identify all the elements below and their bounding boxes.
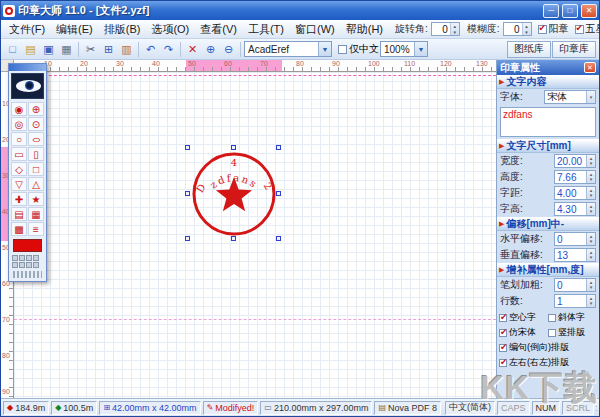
print-icon[interactable]: ▦: [58, 41, 75, 58]
ellipse-tool-icon[interactable]: ○: [28, 132, 44, 146]
chevron-down-icon[interactable]: ▼: [414, 42, 427, 56]
checkbox-icon[interactable]: [499, 344, 507, 352]
spinner-arrows-icon[interactable]: ▴▾: [522, 23, 531, 35]
horizontal-ruler[interactable]: 10 20 30 40 50 60 70 80 90 100 110 120 1…: [14, 60, 496, 72]
section-extra[interactable]: ▶ 增补属性[mm,度]: [497, 263, 599, 277]
palette-title-bar[interactable]: [9, 64, 46, 71]
v-offset-value[interactable]: 13: [555, 249, 586, 261]
menu-view[interactable]: 查看(V): [195, 21, 242, 38]
checkbox-icon[interactable]: [538, 25, 547, 34]
mini-swatch[interactable]: [26, 255, 32, 261]
italic-text-toggle[interactable]: 斜体字: [548, 311, 597, 324]
blur-stepper[interactable]: 0 ▴▾: [503, 22, 532, 36]
selection-handle-sw[interactable]: [185, 236, 190, 241]
menu-options[interactable]: 选项(O): [146, 21, 194, 38]
selection-handle-w[interactable]: [185, 191, 190, 196]
undo-icon[interactable]: ↶: [142, 41, 159, 58]
spinner-arrows-icon[interactable]: ▴▾: [586, 187, 595, 199]
hollow-text-toggle[interactable]: 空心字: [499, 311, 548, 324]
selection-handle-s[interactable]: [231, 236, 236, 241]
stroke-bold-stepper[interactable]: 0 ▴▾: [554, 278, 596, 292]
checkbox-icon[interactable]: [338, 45, 347, 54]
rotation-value[interactable]: 0: [432, 24, 450, 35]
spinner-arrows-icon[interactable]: ▴▾: [586, 203, 595, 215]
spinner-arrows-icon[interactable]: ▴▾: [586, 295, 595, 307]
mini-swatch[interactable]: [19, 255, 25, 261]
hatch-tool-icon[interactable]: ▩: [11, 222, 27, 236]
char-height-value[interactable]: 4.30: [555, 203, 586, 215]
minimize-button[interactable]: ─: [543, 4, 559, 18]
seal-library-button[interactable]: 印章库: [552, 41, 596, 58]
cross-tool-icon[interactable]: ✚: [11, 192, 27, 206]
chevron-down-icon[interactable]: ▼: [318, 42, 331, 56]
mini-swatch[interactable]: [33, 262, 39, 268]
crosshair-circle-tool-icon[interactable]: ⊕: [28, 102, 44, 116]
palette-grip[interactable]: [13, 271, 42, 278]
section-offset[interactable]: ▶ 偏移[mm]中-: [497, 217, 599, 231]
menu-layout[interactable]: 排版(B): [99, 21, 146, 38]
spinner-arrows-icon[interactable]: ▴▾: [450, 23, 459, 35]
rect-tool-icon[interactable]: ▭: [11, 147, 27, 161]
design-canvas[interactable]: 4 D 2 zdfans: [14, 72, 496, 398]
redo-icon[interactable]: ↷: [160, 41, 177, 58]
lines-tool-icon[interactable]: ≡: [28, 222, 44, 236]
star-tool-icon[interactable]: ★: [28, 192, 44, 206]
char-spacing-stepper[interactable]: 4.00 ▴▾: [554, 186, 596, 200]
paste-icon[interactable]: ▥: [118, 41, 135, 58]
menu-edit[interactable]: 编辑(E): [51, 21, 98, 38]
spinner-arrows-icon[interactable]: ▴▾: [586, 171, 595, 183]
zoom-combo[interactable]: 100% ▼: [380, 41, 428, 57]
selection-handle-n[interactable]: [231, 145, 236, 150]
h-offset-value[interactable]: 0: [555, 233, 586, 245]
grid-tool-icon[interactable]: ▦: [28, 207, 44, 221]
maximize-button[interactable]: □: [562, 4, 578, 18]
char-spacing-value[interactable]: 4.00: [555, 187, 586, 199]
cut-icon[interactable]: ✂: [82, 41, 99, 58]
font-combo[interactable]: AcadEref ▼: [244, 41, 332, 57]
seal-object[interactable]: 4 D 2 zdfans: [189, 149, 279, 239]
delete-icon[interactable]: ✕: [184, 41, 201, 58]
mini-swatch[interactable]: [33, 255, 39, 261]
fangsong-toggle[interactable]: 仿宋体: [499, 326, 548, 339]
circle-outline-tool-icon[interactable]: ○: [11, 132, 27, 146]
spinner-arrows-icon[interactable]: ▴▾: [586, 155, 595, 167]
save-icon[interactable]: ▣: [40, 41, 57, 58]
checkbox-icon[interactable]: [499, 314, 507, 322]
toggle-yang-seal[interactable]: 阳章: [538, 22, 569, 36]
selection-handle-nw[interactable]: [185, 145, 190, 150]
menu-tools[interactable]: 工具(T): [243, 21, 289, 38]
menu-file[interactable]: 文件(F): [4, 21, 50, 38]
menu-help[interactable]: 帮助(H): [341, 21, 388, 38]
rect-vertical-tool-icon[interactable]: ▯: [28, 147, 44, 161]
spinner-arrows-icon[interactable]: ▴▾: [586, 233, 595, 245]
square-tool-icon[interactable]: □: [28, 162, 44, 176]
h-offset-stepper[interactable]: 0 ▴▾: [554, 232, 596, 246]
panel-title-bar[interactable]: 印章属性 ✕: [497, 60, 599, 75]
line-count-value[interactable]: 1: [555, 295, 586, 307]
blur-value[interactable]: 0: [504, 24, 522, 35]
selection-handle-se[interactable]: [276, 236, 281, 241]
mini-swatch[interactable]: [26, 262, 32, 268]
open-icon[interactable]: ▤: [22, 41, 39, 58]
circle-select-tool-icon[interactable]: ◉: [11, 102, 27, 116]
spinner-arrows-icon[interactable]: ▴▾: [586, 249, 595, 261]
diamond-tool-icon[interactable]: ◇: [11, 162, 27, 176]
table-tool-icon[interactable]: ▤: [11, 207, 27, 221]
spinner-arrows-icon[interactable]: ▴▾: [586, 279, 595, 291]
mini-swatch[interactable]: [12, 255, 18, 261]
triangle-up-tool-icon[interactable]: △: [28, 177, 44, 191]
line-count-stepper[interactable]: 1 ▴▾: [554, 294, 596, 308]
panel-close-icon[interactable]: ✕: [584, 62, 596, 73]
stroke-bold-value[interactable]: 0: [555, 279, 586, 291]
toggle-five-star[interactable]: 五星: [575, 22, 600, 36]
checkbox-icon[interactable]: [548, 329, 556, 337]
selection-handle-ne[interactable]: [276, 145, 281, 150]
mini-swatch[interactable]: [12, 262, 18, 268]
close-button[interactable]: ✕: [581, 4, 597, 18]
ring-tool-icon[interactable]: ◎: [11, 117, 27, 131]
width-value[interactable]: 20.00: [555, 155, 586, 167]
chevron-down-icon[interactable]: ▾: [586, 91, 595, 103]
triangle-down-tool-icon[interactable]: ▽: [11, 177, 27, 191]
seal-graphic[interactable]: 4 D 2 zdfans: [189, 149, 279, 239]
v-offset-stepper[interactable]: 13 ▴▾: [554, 248, 596, 262]
